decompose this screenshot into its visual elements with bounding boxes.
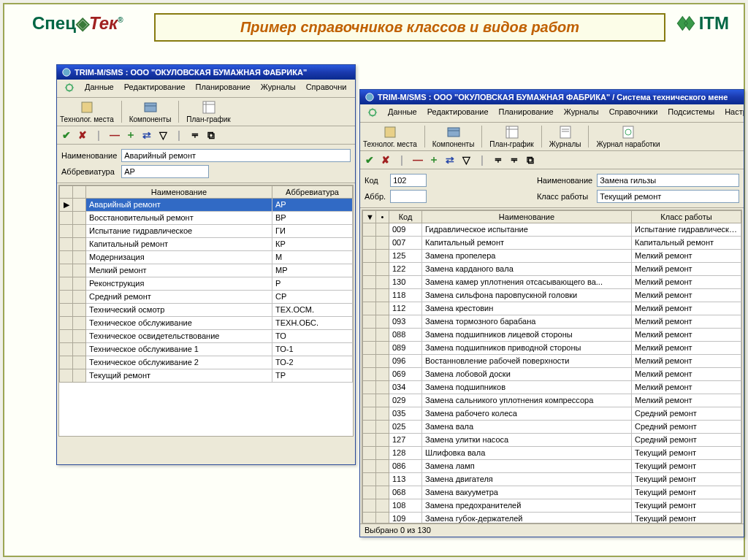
table-row[interactable]: 109Замена губок-держателейТекущий ремонт: [363, 513, 741, 524]
toolbar-main-1[interactable]: Технолог. местаКомпонентыПлан-график: [57, 98, 355, 126]
table-row[interactable]: Техническое освидетельствованиеТО: [60, 330, 353, 343]
titlebar-2[interactable]: TRIM-M/SMS : ООО "ОКУЛОВСКАЯ БУМАЖНАЯ ФА…: [360, 90, 744, 104]
copy-icon[interactable]: ⧉: [205, 129, 218, 142]
table-row[interactable]: 007Капитальный ремонтКапитальный ремонт: [363, 237, 741, 250]
grid-classes[interactable]: Наименование Аббревиатура ▶Аварийный рем…: [58, 185, 354, 437]
abbr-input[interactable]: [390, 190, 427, 203]
menubar-2[interactable]: ДанныеРедактированиеПланированиеЖурналыС…: [360, 104, 744, 123]
toolbar-button[interactable]: Журналы: [549, 125, 581, 148]
table-row[interactable]: Техническое обслуживание 2ТО-2: [60, 356, 353, 369]
arrows-icon[interactable]: ⇄: [140, 129, 153, 142]
col-name[interactable]: Наименование: [86, 186, 272, 199]
col-abbr[interactable]: Аббревиатура: [272, 186, 353, 199]
table-row[interactable]: ▶Аварийный ремонтАР: [60, 199, 353, 212]
funnel-icon[interactable]: ⫧: [188, 129, 202, 142]
menu-item[interactable]: Справочни: [302, 81, 351, 96]
minus-icon[interactable]: —: [411, 153, 424, 166]
table-row[interactable]: 009Гидравлическое испытаниеИспытание гид…: [363, 223, 741, 237]
toolbar-edit-1[interactable]: ✔ ✘ | — ＋ ⇄ ▽ | ⫧ ⧉: [57, 126, 355, 145]
table-row[interactable]: РеконструкцияР: [60, 277, 353, 291]
table-row[interactable]: 029Замена сальникого уплотнения компресс…: [363, 394, 741, 407]
filter-icon[interactable]: ▽: [156, 129, 169, 142]
toolbar-button[interactable]: Компоненты: [129, 100, 172, 123]
check-icon[interactable]: ✔: [363, 153, 376, 166]
menu-item[interactable]: Справочники: [605, 106, 663, 120]
toolbar-button[interactable]: План-график: [489, 125, 533, 148]
name-input[interactable]: [597, 174, 739, 187]
table-row[interactable]: 025Замена валаСредний ремонт: [363, 421, 741, 434]
toolbar-button[interactable]: Технолог. места: [363, 125, 417, 148]
toolbar-main-2[interactable]: Технолог. местаКомпонентыПлан-графикЖурн…: [360, 123, 744, 151]
table-row[interactable]: 125Замена пропелераМелкий ремонт: [363, 250, 741, 263]
col-name[interactable]: Наименование: [422, 211, 632, 223]
sel-col: •: [376, 211, 389, 223]
menu-item[interactable]: Редактирование: [423, 106, 493, 120]
table-row[interactable]: 113Замена двигателяТекущий ремонт: [363, 473, 741, 486]
table-row[interactable]: 112Замена крестовинМелкий ремонт: [363, 302, 741, 315]
table-row[interactable]: 089Замена подшипников приводной стороныМ…: [363, 342, 741, 355]
menu-item[interactable]: Журналы: [256, 81, 300, 96]
table-row[interactable]: МодернизацияМ: [60, 251, 353, 264]
toolbar-button[interactable]: Технолог. места: [60, 100, 114, 123]
table-row[interactable]: Восстановительный ремонтВР: [60, 212, 353, 225]
toolbar-button[interactable]: План-график: [186, 100, 230, 123]
table-row[interactable]: Техническое обслуживание 1ТО-1: [60, 343, 353, 356]
table-row[interactable]: 130Замена камер уплотнения отсасывающего…: [363, 276, 741, 289]
table-row[interactable]: 122Замена карданого валаМелкий ремонт: [363, 263, 741, 276]
cancel-icon[interactable]: ✘: [379, 153, 392, 166]
menu-item[interactable]: Данные: [383, 106, 421, 120]
table-row[interactable]: 108Замена предохранителейТекущий ремонт: [363, 499, 741, 513]
table-row[interactable]: 093Замена тормозного барабанаМелкий ремо…: [363, 315, 741, 329]
toolbar-button[interactable]: Компоненты: [432, 125, 475, 148]
table-row[interactable]: 034Замена подшипниковМелкий ремонт: [363, 381, 741, 394]
check-icon[interactable]: ✔: [60, 129, 73, 142]
funnel-icon[interactable]: ⫧: [492, 153, 505, 166]
filter-icon[interactable]: ▽: [459, 153, 473, 166]
menu-item[interactable]: Редактирование: [120, 81, 190, 96]
menu-item[interactable]: Журналы: [560, 106, 603, 120]
table-row[interactable]: 035Замена рабочего колесаСредний ремонт: [363, 407, 741, 421]
table-row[interactable]: 127Замена улитки насосаСредний ремонт: [363, 434, 741, 447]
marker-col: [60, 186, 73, 199]
grid-works[interactable]: ▼ • Код Наименование Класс работы 009Гид…: [362, 210, 742, 523]
logo-spec-tek: Спец◈Тек®: [32, 13, 123, 34]
abbr-input[interactable]: [121, 165, 209, 178]
table-row[interactable]: 118Замена сильфона паровпускной головкиМ…: [363, 289, 741, 302]
table-row[interactable]: 086Замена лампТекущий ремонт: [363, 460, 741, 473]
table-row[interactable]: Средний ремонтСР: [60, 291, 353, 304]
menu-item[interactable]: Планирование: [191, 81, 255, 96]
table-row[interactable]: 068Замена вакууметраТекущий ремонт: [363, 486, 741, 499]
minus-icon[interactable]: —: [108, 129, 121, 142]
class-label: Класс работы: [537, 192, 592, 201]
code-input[interactable]: [390, 174, 427, 187]
table-row[interactable]: Испытание гидравлическоеГИ: [60, 225, 353, 238]
funnel2-icon[interactable]: ⫧: [508, 153, 521, 166]
svg-point-0: [63, 69, 71, 77]
col-class[interactable]: Класс работы: [632, 211, 741, 223]
table-row[interactable]: Капитальный ремонтКР: [60, 238, 353, 251]
cancel-icon[interactable]: ✘: [76, 129, 89, 142]
class-input[interactable]: [597, 190, 739, 203]
table-row[interactable]: Технический осмотрТЕХ.ОСМ.: [60, 304, 353, 317]
menu-item[interactable]: Данные: [80, 81, 118, 96]
col-code[interactable]: Код: [389, 211, 422, 223]
menu-item[interactable]: Подсистемы: [663, 106, 719, 120]
table-row[interactable]: 069Замена лобовой доскиМелкий ремонт: [363, 368, 741, 381]
menubar-1[interactable]: ДанныеРедактированиеПланированиеЖурналыС…: [57, 80, 355, 98]
plus-icon[interactable]: ＋: [124, 129, 137, 142]
table-row[interactable]: Текущий ремонтТР: [60, 369, 353, 383]
toolbar-button[interactable]: Журнал наработки: [596, 125, 660, 148]
plus-icon[interactable]: ＋: [427, 153, 440, 166]
table-row[interactable]: Мелкий ремонтМР: [60, 264, 353, 277]
table-row[interactable]: 096Востанновление рабочей поверхностиМел…: [363, 355, 741, 368]
toolbar-edit-2[interactable]: ✔ ✘ | — ＋ ⇄ ▽ | ⫧ ⫧ ⧉: [360, 151, 744, 169]
titlebar-1[interactable]: TRIM-M/SMS : ООО "ОКУЛОВСКАЯ БУМАЖНАЯ ФА…: [57, 65, 355, 80]
menu-item[interactable]: Настройки: [720, 106, 744, 120]
table-row[interactable]: 128Шлифовка валаТекущий ремонт: [363, 447, 741, 460]
table-row[interactable]: Техническое обслуживаниеТЕХН.ОБС.: [60, 317, 353, 330]
menu-item[interactable]: Планирование: [495, 106, 558, 120]
name-input[interactable]: [121, 149, 351, 162]
copy-icon[interactable]: ⧉: [524, 153, 537, 166]
table-row[interactable]: 088Замена подшипников лицевой стороныМел…: [363, 329, 741, 342]
arrows-icon[interactable]: ⇄: [443, 153, 457, 166]
